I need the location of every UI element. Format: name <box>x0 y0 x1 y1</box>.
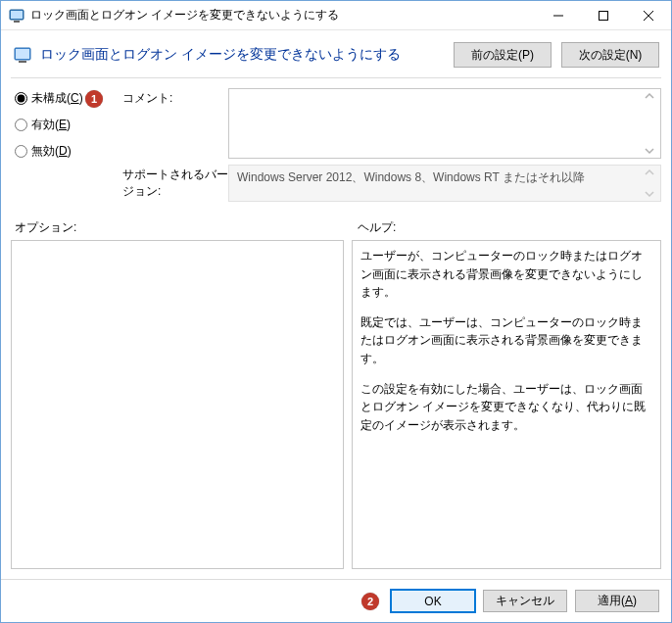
next-setting-label: 次の設定(N) <box>579 47 643 64</box>
previous-setting-button[interactable]: 前の設定(P) <box>454 42 552 68</box>
ok-button[interactable]: OK <box>391 590 475 612</box>
supported-label: サポートされるバージョン: <box>122 165 228 200</box>
supported-row: サポートされるバージョン: Windows Server 2012、Window… <box>122 165 661 202</box>
top-grid: 未構成(C) 1 有効(E) 無効(D) コメント: <box>11 88 661 202</box>
supported-readonly: Windows Server 2012、Windows 8、Windows RT… <box>228 165 661 202</box>
comment-scroll-icon <box>643 91 658 156</box>
apply-button[interactable]: 適用(A) <box>575 590 659 612</box>
apply-label: 適用(A) <box>598 593 637 609</box>
svg-rect-2 <box>14 21 20 23</box>
app-icon <box>9 8 24 24</box>
radio-disabled-label: 無効(D) <box>31 143 72 160</box>
policy-editor-window: ロック画面とログオン イメージを変更できないようにする <box>0 0 672 623</box>
radio-disabled[interactable]: 無効(D) <box>15 143 122 160</box>
svg-rect-4 <box>600 11 608 20</box>
radio-enabled[interactable]: 有効(E) <box>15 117 122 133</box>
radio-disabled-input[interactable] <box>15 145 27 158</box>
section-labels: オプション: ヘルプ: <box>11 219 661 236</box>
maximize-button[interactable] <box>581 1 626 29</box>
cancel-label: キャンセル <box>496 593 554 609</box>
comment-label: コメント: <box>122 88 228 107</box>
next-setting-button[interactable]: 次の設定(N) <box>561 42 659 68</box>
help-paragraph: この設定を有効にした場合、ユーザーは、ロック画面とログオン イメージを変更できな… <box>360 380 652 435</box>
window-controls <box>536 1 671 29</box>
window-title: ロック画面とログオン イメージを変更できないようにする <box>30 7 536 24</box>
help-paragraph: 既定では、ユーザーは、コンピューターのロック時またはログオン画面に表示される背景… <box>360 313 652 368</box>
comment-textarea[interactable] <box>228 88 661 159</box>
state-radio-group: 未構成(C) 1 有効(E) 無効(D) <box>15 88 122 202</box>
divider <box>11 77 661 78</box>
radio-enabled-label: 有効(E) <box>31 117 71 133</box>
radio-enabled-input[interactable] <box>15 119 27 131</box>
radio-not-configured-input[interactable] <box>15 92 27 105</box>
callout-1-icon: 1 <box>85 90 103 108</box>
help-paragraph: ユーザーが、コンピューターのロック時またはログオン画面に表示される背景画像を変更… <box>360 247 652 302</box>
field-column: コメント: サポートされるバージョン: Windows Server 2012、… <box>122 88 661 202</box>
svg-rect-9 <box>19 61 26 63</box>
panels: ユーザーが、コンピューターのロック時またはログオン画面に表示される背景画像を変更… <box>11 240 661 569</box>
footer: 2 OK キャンセル 適用(A) <box>1 579 671 622</box>
svg-rect-1 <box>11 11 23 19</box>
supported-scroll-icon <box>643 168 658 199</box>
options-panel <box>11 240 344 569</box>
supported-value: Windows Server 2012、Windows 8、Windows RT… <box>237 170 585 184</box>
content-area: ロック画面とログオン イメージを変更できないようにする 前の設定(P) 次の設定… <box>1 30 671 579</box>
radio-not-configured[interactable]: 未構成(C) 1 <box>15 90 122 107</box>
previous-setting-label: 前の設定(P) <box>471 47 534 64</box>
policy-icon <box>13 45 32 65</box>
help-label: ヘルプ: <box>350 219 396 236</box>
cancel-button[interactable]: キャンセル <box>483 590 567 612</box>
callout-2-icon: 2 <box>361 593 379 610</box>
header-row: ロック画面とログオン イメージを変更できないようにする 前の設定(P) 次の設定… <box>11 34 661 73</box>
titlebar: ロック画面とログオン イメージを変更できないようにする <box>1 1 671 30</box>
radio-not-configured-label: 未構成(C) <box>31 90 83 107</box>
comment-row: コメント: <box>122 88 661 159</box>
close-button[interactable] <box>626 1 671 29</box>
svg-rect-8 <box>16 49 29 59</box>
ok-label: OK <box>424 595 441 608</box>
help-panel: ユーザーが、コンピューターのロック時またはログオン画面に表示される背景画像を変更… <box>352 240 661 569</box>
policy-title: ロック画面とログオン イメージを変更できないようにする <box>40 46 444 64</box>
options-label: オプション: <box>11 219 350 236</box>
minimize-button[interactable] <box>536 1 581 29</box>
